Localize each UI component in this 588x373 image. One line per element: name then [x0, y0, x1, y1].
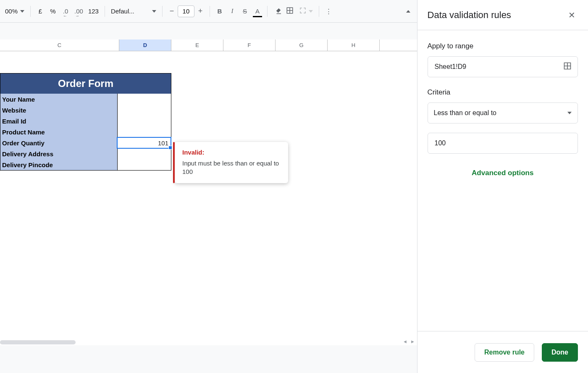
merge-icon	[299, 7, 307, 16]
paint-bucket-icon	[273, 7, 281, 16]
form-cell[interactable]	[117, 126, 171, 137]
close-panel-button[interactable]: ✕	[566, 10, 578, 21]
data-validation-panel: Data validation rules ✕ Apply to range C…	[417, 0, 588, 373]
column-header[interactable]: H	[328, 39, 380, 51]
form-cell[interactable]	[117, 94, 171, 105]
form-label: Product Name	[0, 126, 117, 137]
collapse-toolbar-button[interactable]	[402, 4, 415, 18]
spreadsheet-grid[interactable]: C D E F G H Order Form Your Name Website…	[0, 39, 417, 373]
bold-button[interactable]: B	[213, 4, 226, 18]
font-size-input[interactable]	[178, 5, 194, 17]
chevron-down-icon	[567, 112, 572, 114]
currency-button[interactable]: £	[34, 4, 47, 18]
form-label: Email Id	[0, 116, 117, 126]
chevron-up-icon	[406, 10, 410, 13]
grid-select-icon[interactable]	[563, 62, 572, 72]
done-button[interactable]: Done	[542, 343, 578, 362]
validation-error-tooltip: Invalid: Input must be less than or equa…	[175, 142, 288, 183]
apply-to-range-label: Apply to range	[428, 42, 578, 50]
close-icon: ✕	[568, 11, 575, 20]
more-toolbar-button[interactable]: ⋮	[323, 4, 335, 18]
form-label: Website	[0, 105, 117, 116]
order-form-range: Order Form Your Name Website Email Id Pr…	[0, 73, 171, 171]
form-cell[interactable]	[117, 148, 171, 159]
column-header[interactable]: E	[171, 39, 223, 51]
form-label: Order Quantiy	[0, 137, 117, 148]
advanced-options-link[interactable]: Advanced options	[428, 169, 578, 177]
sheet-nav-arrows[interactable]: ◄►	[402, 339, 416, 344]
tooltip-title: Invalid:	[182, 149, 281, 156]
fill-color-button[interactable]	[271, 4, 284, 18]
chevron-down-icon	[309, 10, 313, 13]
decrease-decimal-button[interactable]: .0 ←	[59, 4, 72, 18]
column-header[interactable]: F	[223, 39, 276, 51]
form-label: Delivery Pincode	[0, 159, 117, 170]
percent-button[interactable]: %	[47, 4, 59, 18]
zoom-dropdown[interactable]: 00%	[3, 4, 27, 18]
more-vertical-icon: ⋮	[326, 8, 332, 15]
column-header[interactable]: C	[0, 39, 119, 51]
chevron-down-icon	[20, 10, 24, 13]
criteria-label: Criteria	[428, 88, 578, 97]
column-headers: C D E F G H	[0, 39, 417, 51]
font-family-dropdown[interactable]: Defaul...	[108, 4, 159, 18]
font-size-increase[interactable]: +	[194, 5, 206, 17]
criteria-dropdown[interactable]: Less than or equal to	[428, 102, 578, 123]
merge-cells-button[interactable]	[296, 4, 315, 18]
font-size-decrease[interactable]: −	[166, 5, 178, 17]
form-label: Your Name	[0, 94, 117, 105]
criteria-value-input[interactable]	[428, 133, 578, 154]
borders-icon	[286, 7, 294, 16]
strikethrough-button[interactable]: S	[239, 4, 251, 18]
italic-button[interactable]: I	[226, 4, 239, 18]
column-header[interactable]: D	[119, 39, 171, 51]
remove-rule-button[interactable]: Remove rule	[475, 343, 534, 362]
form-cell[interactable]	[117, 116, 171, 126]
borders-button[interactable]	[284, 4, 296, 18]
increase-decimal-button[interactable]: .00 →	[72, 4, 86, 18]
panel-title: Data validation rules	[428, 10, 511, 21]
active-cell[interactable]: 101	[117, 137, 171, 148]
column-header[interactable]: G	[276, 39, 328, 51]
column-header[interactable]	[380, 39, 417, 51]
horizontal-scrollbar[interactable]: ◄►	[0, 339, 417, 345]
number-format-button[interactable]: 123	[86, 4, 101, 18]
toolbar: 00% £ % .0 ← .00 → 123 Defaul...	[0, 0, 417, 23]
chevron-down-icon	[152, 10, 156, 13]
order-form-title: Order Form	[0, 74, 171, 94]
text-color-button[interactable]: A	[251, 4, 264, 18]
form-cell[interactable]	[117, 159, 171, 170]
form-cell[interactable]	[117, 105, 171, 116]
apply-to-range-input[interactable]	[428, 56, 578, 77]
tooltip-message: Input must be less than or equal to 100	[182, 159, 281, 176]
form-label: Delivery Address	[0, 148, 117, 159]
